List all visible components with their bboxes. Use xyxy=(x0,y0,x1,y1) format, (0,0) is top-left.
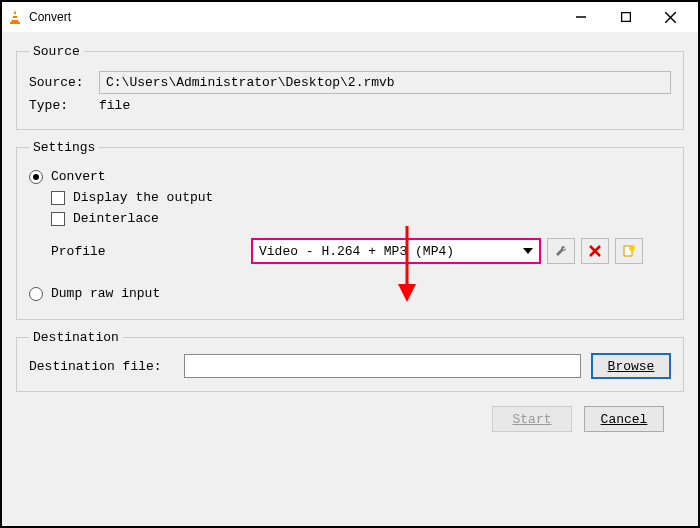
profile-value: Video - H.264 + MP3 (MP4) xyxy=(259,244,454,259)
deinterlace-label: Deinterlace xyxy=(73,211,159,226)
type-value: file xyxy=(99,98,130,113)
titlebar: Convert xyxy=(2,2,698,32)
settings-group: Settings Convert Display the output Dein… xyxy=(16,140,684,320)
svg-rect-2 xyxy=(12,18,18,20)
svg-rect-3 xyxy=(10,22,20,24)
chevron-down-icon xyxy=(523,248,533,254)
deinterlace-checkbox[interactable]: Deinterlace xyxy=(51,211,671,226)
svg-marker-0 xyxy=(11,10,19,23)
display-output-checkbox[interactable]: Display the output xyxy=(51,190,671,205)
radio-icon xyxy=(29,287,43,301)
source-label: Source: xyxy=(29,75,99,90)
convert-radio-label: Convert xyxy=(51,169,106,184)
radio-icon xyxy=(29,170,43,184)
svg-rect-5 xyxy=(621,13,630,22)
svg-rect-1 xyxy=(13,14,17,16)
minimize-button[interactable] xyxy=(558,3,603,31)
display-output-label: Display the output xyxy=(73,190,213,205)
source-path: C:\Users\Administrator\Desktop\2.rmvb xyxy=(99,71,671,94)
delete-profile-button[interactable] xyxy=(581,238,609,264)
dump-raw-radio[interactable]: Dump raw input xyxy=(29,286,671,301)
delete-icon xyxy=(589,245,601,257)
dump-raw-label: Dump raw input xyxy=(51,286,160,301)
convert-radio[interactable]: Convert xyxy=(29,169,671,184)
start-button[interactable]: Start xyxy=(492,406,572,432)
destination-file-label: Destination file: xyxy=(29,359,184,374)
new-profile-icon xyxy=(622,244,636,258)
new-profile-button[interactable] xyxy=(615,238,643,264)
destination-group: Destination Destination file: Browse xyxy=(16,330,684,392)
settings-legend: Settings xyxy=(29,140,99,155)
vlc-cone-icon xyxy=(7,9,23,25)
close-button[interactable] xyxy=(648,3,693,31)
type-label: Type: xyxy=(29,98,99,113)
cancel-button[interactable]: Cancel xyxy=(584,406,664,432)
dialog-footer: Start Cancel xyxy=(16,402,684,432)
destination-legend: Destination xyxy=(29,330,123,345)
maximize-button[interactable] xyxy=(603,3,648,31)
checkbox-icon xyxy=(51,212,65,226)
destination-file-input[interactable] xyxy=(184,354,581,378)
source-group: Source Source: C:\Users\Administrator\De… xyxy=(16,44,684,130)
profile-label: Profile xyxy=(51,244,251,259)
source-legend: Source xyxy=(29,44,84,59)
window-title: Convert xyxy=(29,10,558,24)
checkbox-icon xyxy=(51,191,65,205)
svg-point-11 xyxy=(629,245,635,251)
browse-button[interactable]: Browse xyxy=(591,353,671,379)
profile-select[interactable]: Video - H.264 + MP3 (MP4) xyxy=(251,238,541,264)
wrench-icon xyxy=(554,244,568,258)
edit-profile-button[interactable] xyxy=(547,238,575,264)
